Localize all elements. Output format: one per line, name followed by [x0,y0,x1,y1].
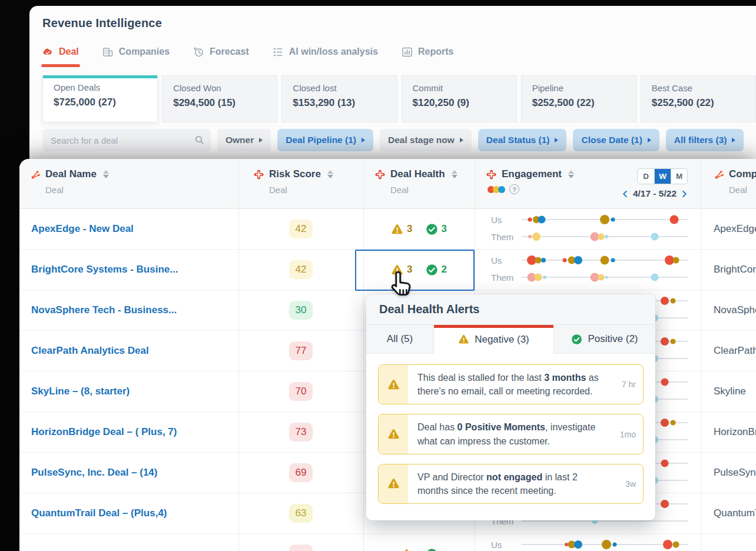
column-header-deal-name[interactable]: Deal Name Deal [19,159,238,209]
sprocket-icon [714,170,724,180]
sprocket-icon [30,170,40,180]
tab-companies[interactable]: Companies [102,42,170,69]
engagement-dot [670,339,675,344]
column-divider [238,159,239,551]
pill-label: Deal Status (1) [486,135,550,145]
alert-card: This deal is stalled for the last 3 mont… [378,364,644,404]
risk-score-cell: 30 [238,290,363,330]
engagement-us-label: Us [491,540,519,550]
engagement-dot [651,274,658,281]
prev-period-icon[interactable] [622,191,628,197]
column-divider [701,159,701,551]
summary-card-closed-won[interactable]: Closed Won$294,500 (15) [162,75,277,122]
sort-icon[interactable] [327,170,333,178]
filter-pill-close-date-1[interactable]: Close Date (1) [573,129,659,151]
period-option-d[interactable]: D [638,169,654,184]
table-header: Deal Name Deal Risk Score Deal Deal He [19,159,756,209]
engagement-dot [661,379,668,386]
period-option-m[interactable]: M [671,169,687,184]
popup-tab-positive-2[interactable]: Positive (2) [554,325,655,354]
deal-name-link[interactable]: NovaSphere Tech - Business... [31,304,230,316]
period-toggle: DWM [637,168,688,184]
deal-name-link[interactable]: SkyLine – (8, starter) [31,386,230,397]
deal-name-link[interactable]: HorizonBridge Deal – ( Plus, 7) [31,426,230,438]
deal-name-link[interactable]: PulseSync, Inc. Deal – (14) [31,467,230,479]
pill-label: All filters (3) [674,135,727,145]
deal-health-cell[interactable]: 33 [363,209,475,249]
engagement-dot [673,542,679,548]
engagement-dot [543,276,546,279]
engagement-dot [663,540,672,549]
tab-label: Reports [418,47,453,57]
popup-tab-negative-3[interactable]: Negative (3) [434,325,554,354]
ai-icon [273,47,284,58]
risk-score-cell: 42 [238,250,363,290]
summary-card-closed-lost[interactable]: Closed lost$153,290 (13) [281,75,397,122]
company-cell: HorizonBridge [701,412,756,452]
company-cell: PulseSync [701,453,756,493]
popup-tab-label: Negative (3) [475,334,529,346]
filter-pill-owner[interactable]: Owner [217,129,271,151]
filter-pill-all-filters-3[interactable]: All filters (3) [666,129,744,151]
companies-icon [102,47,114,58]
summary-card-open-deals[interactable]: Open Deals$725,000 (27) [42,75,158,122]
summary-card-pipeline[interactable]: Pipeline$252,500 (22) [521,75,636,122]
engagement-dot [574,540,582,549]
sort-icon[interactable] [568,170,574,178]
column-header-deal-health[interactable]: Deal Health Deal [363,159,475,209]
deal-name-link[interactable]: QuantumTrail Deal – (Plus,4) [31,507,230,519]
card-value: $153,290 (13) [293,97,386,109]
tab-ai-win-loss-analysis[interactable]: AI win/loss analysis [273,42,378,69]
tab-deal[interactable]: Deal [42,42,79,69]
column-header-risk-score[interactable]: Risk Score Deal [238,159,363,209]
summary-card-commit[interactable]: Commit$120,250 (9) [402,75,517,122]
column-header-company[interactable]: Comp Deal [701,159,756,209]
deal-health-cell[interactable]: 32 [363,250,475,290]
page-title: Revenue Intelligence [42,16,162,30]
check-icon [571,334,582,345]
engagement-us-label: Us [491,255,519,265]
deal-name-link[interactable]: ClearPath Analytics Deal [31,345,230,357]
engagement-dot [600,215,609,224]
deal-name-link[interactable]: ApexEdge - New Deal [31,223,230,235]
card-label: Commit [413,83,506,93]
card-label: Pipeline [532,83,625,93]
summary-card-best-case[interactable]: Best Case$252,500 (22) [641,75,756,122]
warning-icon [391,264,403,276]
alert-text: VP and Director not engaged in last 2 mo… [408,464,643,503]
engagement-timeline [522,544,688,545]
filter-pill-deal-pipeline-1[interactable]: Deal Pipeline (1) [277,129,373,151]
next-period-icon[interactable] [681,191,688,197]
risk-score-cell [238,534,363,551]
help-icon[interactable]: ? [509,184,519,194]
period-option-w[interactable]: W [654,169,671,184]
filter-bar: OwnerDeal Pipeline (1)Deal stage nowDeal… [42,128,756,152]
tab-forecast[interactable]: Forecast [193,42,249,69]
popup-tab-all-5[interactable]: All (5) [366,325,434,354]
filter-pill-deal-stage-now[interactable]: Deal stage now [380,129,472,151]
risk-score-cell: 73 [238,412,363,452]
reports-icon [402,47,413,58]
alert-text: Deal has 0 Positive Moments, investigate… [408,414,643,453]
sort-icon[interactable] [452,170,457,178]
card-label: Closed Won [173,83,266,93]
alert-stripe [379,414,408,453]
search-input[interactable] [42,129,211,151]
summary-cards: Open Deals$725,000 (27)Closed Won$294,50… [42,75,756,122]
engagement-dot [611,218,615,222]
risk-score-badge: 30 [289,301,313,320]
deal-name-link[interactable]: BrightCore Systems - Busine... [31,264,230,276]
deal-icon [42,47,54,58]
tab-reports[interactable]: Reports [402,42,453,69]
popup-tabs: All (5)Negative (3)Positive (2) [366,325,655,354]
column-header-engagement[interactable]: Engagement ? DWM 4/17 - 5/22 [475,159,701,209]
engagement-dot [601,256,609,265]
warning-icon [458,334,469,345]
risk-score-badge: 42 [289,260,313,279]
filter-pill-deal-status-1[interactable]: Deal Status (1) [478,129,567,151]
alert-text: This deal is stalled for the last 3 mont… [408,365,643,404]
company-cell: BrightCore [701,250,756,290]
deal-health-cell[interactable] [363,534,475,551]
sort-icon[interactable] [103,170,109,178]
risk-score-cell: 63 [238,493,363,533]
